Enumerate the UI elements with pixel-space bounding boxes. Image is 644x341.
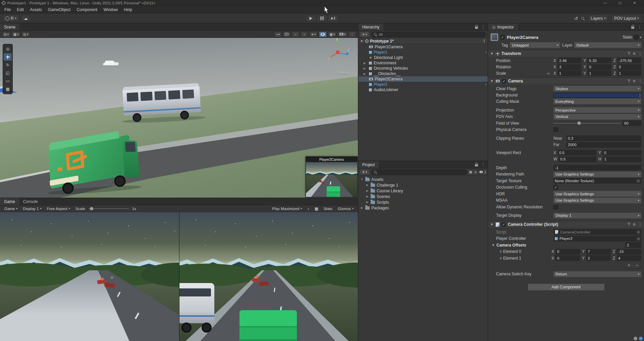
hierarchy-item-directional-light[interactable]: ☀Directional Light: [358, 55, 488, 60]
menu-window[interactable]: Window: [100, 6, 121, 13]
create-asset-button[interactable]: +▾: [360, 169, 369, 175]
aspect-dropdown[interactable]: Free Aspect▾: [45, 205, 72, 212]
orientation-gizmo[interactable]: y x z: [326, 41, 350, 64]
hierarchy-search-input[interactable]: All: [371, 32, 486, 37]
background-activity-icon[interactable]: [634, 337, 637, 340]
preset-icon[interactable]: ≡: [633, 222, 635, 227]
static-control[interactable]: Static ▾: [623, 35, 641, 40]
viewport-y-field[interactable]: 0: [602, 150, 641, 155]
player-controller-field[interactable]: Player2◎: [553, 236, 641, 242]
prefab-open-arrow[interactable]: ›: [485, 82, 487, 87]
camera-settings-dropdown[interactable]: ▾: [338, 31, 347, 37]
tab-scene[interactable]: Scene: [0, 23, 19, 30]
cloud-button[interactable]: ☁: [21, 15, 31, 22]
tab-hierarchy[interactable]: Hierarchy: [358, 23, 383, 30]
fov-value-field[interactable]: 60: [623, 120, 641, 126]
msaa-dropdown[interactable]: Use Graphics Settings▾: [553, 198, 641, 203]
layers-dropdown[interactable]: Layers ▾: [588, 15, 608, 22]
scene-visibility-toggle[interactable]: [319, 31, 327, 37]
element1-z-field[interactable]: 4: [616, 255, 641, 261]
menu-assets[interactable]: Assets: [27, 6, 45, 13]
scale-slider[interactable]: [89, 208, 129, 209]
fov-axis-dropdown[interactable]: Vertical▾: [553, 114, 641, 120]
display-dropdown[interactable]: Display 1▾: [20, 205, 44, 212]
minimize-button[interactable]: —: [598, 0, 612, 6]
hidden-packages-count[interactable]: 3: [479, 170, 486, 174]
kebab-icon[interactable]: ⋮: [638, 52, 642, 56]
play-button[interactable]: [306, 15, 317, 22]
rotation-z-field[interactable]: 0: [617, 64, 641, 70]
prefab-open-arrow[interactable]: ›: [485, 50, 487, 55]
static-checkbox[interactable]: [634, 35, 639, 40]
kebab-icon[interactable]: ⋮: [638, 25, 641, 29]
tool-settings-dropdown[interactable]: ◎▾: [2, 31, 10, 37]
tag-dropdown[interactable]: Untagged▾: [510, 42, 560, 48]
tab-project[interactable]: Project: [358, 161, 379, 168]
search-by-label-icon[interactable]: ◎: [474, 170, 477, 174]
perspective-label[interactable]: < Persp: [335, 71, 348, 75]
target-display-dropdown[interactable]: Display 1▾: [553, 213, 641, 218]
tab-inspector[interactable]: ◎Inspector: [488, 23, 518, 30]
rotation-x-field[interactable]: 3: [557, 64, 581, 70]
scale-x-field[interactable]: 1: [557, 70, 581, 76]
viewport-h-field[interactable]: 1: [603, 156, 641, 162]
hierarchy-item-player2[interactable]: Player2›: [358, 82, 488, 87]
shading-mode-dropdown[interactable]: ◑▾: [274, 31, 281, 37]
constrain-proportions-icon[interactable]: ∞: [547, 71, 552, 76]
maximize-button[interactable]: ▢: [612, 0, 627, 6]
scene-header-row[interactable]: ▼ Prototype 1* ⋮: [358, 38, 488, 44]
element0-z-field[interactable]: -15: [616, 249, 641, 255]
hierarchy-item-oncoming-vehicles[interactable]: ▶Oncoming Vehicles: [358, 66, 488, 71]
target-texture-field[interactable]: None (Render Texture)◎: [553, 178, 641, 184]
viewport-x-field[interactable]: 0.5: [557, 150, 596, 155]
depth-field[interactable]: -1: [553, 165, 641, 170]
hierarchy-item-player1camera[interactable]: Player1Camera: [358, 44, 488, 50]
array-remove-button[interactable]: −: [633, 263, 641, 268]
step-button[interactable]: [328, 15, 339, 22]
array-size-field[interactable]: 2: [625, 242, 641, 248]
kebab-icon[interactable]: ⋮: [638, 222, 642, 227]
help-icon[interactable]: ?: [628, 79, 630, 83]
scene-more-menu[interactable]: ⋮: [348, 31, 356, 37]
scale-z-field[interactable]: 1: [617, 70, 641, 76]
script-enabled-checkbox[interactable]: ✓: [501, 222, 506, 227]
project-folder-packages[interactable]: ▶Packages: [358, 205, 488, 211]
rotate-tool-button[interactable]: ↻: [4, 61, 12, 69]
help-icon[interactable]: ?: [628, 51, 630, 56]
background-color-swatch[interactable]: [553, 93, 641, 98]
lock-icon[interactable]: [631, 26, 634, 29]
layer-dropdown[interactable]: Default▾: [574, 42, 641, 48]
game-viewport[interactable]: [0, 212, 358, 341]
project-folder-scenes[interactable]: ▶Scenes: [358, 194, 488, 199]
gameobject-name-field[interactable]: Player2Camera: [507, 35, 621, 40]
rotation-y-field[interactable]: 0: [587, 64, 611, 70]
scale-y-field[interactable]: 1: [587, 70, 611, 76]
scale-tool-button[interactable]: ◱: [4, 69, 12, 77]
position-y-field[interactable]: 5.33: [587, 58, 611, 63]
occlusion-culling-checkbox[interactable]: ✓: [553, 185, 558, 190]
fov-slider[interactable]: [553, 120, 621, 126]
element0-x-field[interactable]: 0: [555, 249, 580, 255]
near-clip-field[interactable]: 0.3: [566, 135, 641, 141]
position-z-field[interactable]: -375.55: [617, 58, 641, 63]
game-view-dropdown[interactable]: Game▾: [2, 205, 20, 212]
project-folder-challenge1[interactable]: ▶Challenge 1: [358, 182, 488, 188]
stats-toggle[interactable]: Stats: [321, 205, 335, 212]
mute-audio-toggle[interactable]: ♪: [305, 205, 312, 212]
pause-button[interactable]: [317, 15, 328, 22]
camera-switch-key-dropdown[interactable]: Return▾: [553, 271, 641, 277]
menu-help[interactable]: Help: [121, 6, 135, 13]
camera-component-header[interactable]: ▼ ✓ Camera ?≡⋮: [488, 77, 644, 85]
object-picker-icon[interactable]: ◎: [637, 179, 640, 183]
hierarchy-item-audiolistener[interactable]: AudioListener: [358, 87, 488, 92]
culling-mask-dropdown[interactable]: Everything▾: [553, 98, 641, 104]
account-button[interactable]: R ▾: [3, 15, 19, 22]
undo-history-icon[interactable]: ↺: [574, 16, 578, 21]
close-button[interactable]: ✕: [627, 0, 642, 6]
drag-handle-icon[interactable]: ≡: [499, 256, 502, 261]
transform-component-header[interactable]: ▼ Transform ?≡⋮: [488, 50, 644, 57]
element1-y-field[interactable]: 2: [586, 255, 610, 261]
project-folder-course-library[interactable]: ▶Course Library: [358, 188, 488, 194]
cloud-status-icon[interactable]: [639, 337, 643, 340]
hierarchy-item-player1[interactable]: Player1›: [358, 50, 488, 55]
